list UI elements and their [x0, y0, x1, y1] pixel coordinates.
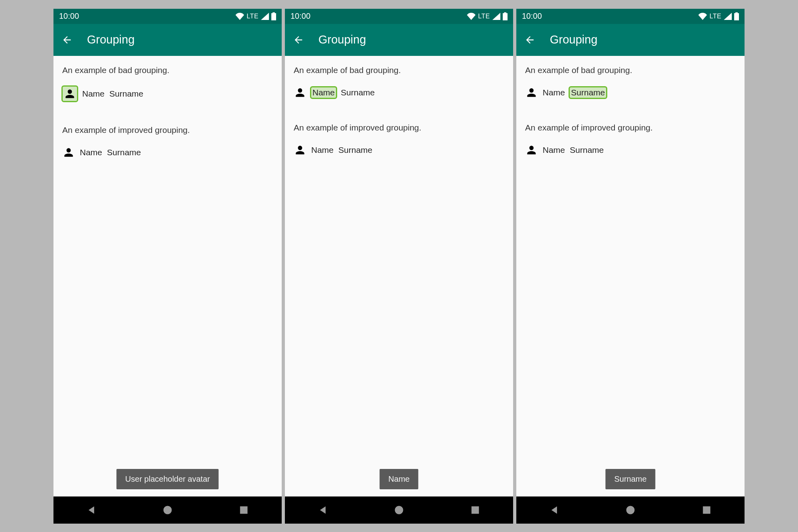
- signal-icon: [492, 13, 500, 20]
- person-icon: [62, 146, 75, 159]
- status-bar: 10:00 LTE: [516, 9, 745, 24]
- status-icons: LTE: [467, 12, 508, 20]
- nav-back-icon[interactable]: [549, 504, 560, 516]
- improved-grouping-label: An example of improved grouping.: [294, 123, 504, 133]
- network-label: LTE: [709, 13, 721, 20]
- improved-grouping-row[interactable]: Name Surname: [294, 144, 504, 156]
- person-icon: [294, 144, 306, 156]
- signal-icon: [261, 13, 269, 20]
- wifi-icon: [467, 13, 476, 20]
- app-title: Grouping: [550, 33, 597, 46]
- back-arrow-icon[interactable]: [524, 34, 535, 45]
- surname-text[interactable]: Surname: [341, 88, 375, 97]
- bad-grouping-row: Name Surname: [525, 86, 736, 99]
- status-bar: 10:00 LTE: [285, 9, 513, 24]
- app-bar: Grouping: [53, 24, 282, 56]
- wifi-icon: [235, 13, 244, 20]
- toast: User placeholder avatar: [117, 469, 219, 489]
- name-text: Name: [311, 145, 334, 155]
- nav-back-icon[interactable]: [86, 504, 97, 516]
- status-icons: LTE: [235, 12, 276, 20]
- nav-recent-icon[interactable]: [238, 504, 249, 516]
- status-time: 10:00: [290, 12, 310, 21]
- nav-home-icon[interactable]: [162, 504, 173, 516]
- bad-grouping-label: An example of bad grouping.: [294, 65, 504, 75]
- status-icons: LTE: [698, 12, 739, 20]
- navigation-bar: [53, 496, 282, 524]
- bad-grouping-row: Name Surname: [294, 86, 504, 99]
- nav-recent-icon[interactable]: [701, 504, 712, 516]
- status-time: 10:00: [522, 12, 542, 21]
- surname-text[interactable]: Surname: [569, 86, 607, 99]
- svg-point-2: [395, 506, 403, 514]
- improved-grouping-label: An example of improved grouping.: [525, 123, 736, 133]
- navigation-bar: [516, 496, 745, 524]
- content-area: An example of bad grouping. Name Surname…: [53, 56, 282, 496]
- person-icon[interactable]: [63, 87, 76, 100]
- name-text: Name: [80, 148, 102, 157]
- improved-grouping-label: An example of improved grouping.: [62, 125, 273, 135]
- phone-screen-2: 10:00 LTE Grouping An example of bad gro…: [285, 9, 513, 524]
- phone-screen-3: 10:00 LTE Grouping An example of bad gro…: [516, 9, 745, 524]
- network-label: LTE: [247, 13, 259, 20]
- nav-home-icon[interactable]: [625, 504, 636, 516]
- nav-back-icon[interactable]: [317, 504, 328, 516]
- back-arrow-icon[interactable]: [293, 34, 304, 45]
- wifi-icon: [698, 13, 707, 20]
- surname-text: Surname: [107, 148, 141, 157]
- nav-recent-icon[interactable]: [470, 504, 481, 516]
- svg-point-0: [163, 506, 172, 514]
- bad-grouping-label: An example of bad grouping.: [62, 65, 273, 75]
- status-time: 10:00: [59, 12, 79, 21]
- toast: Surname: [605, 469, 655, 489]
- app-title: Grouping: [87, 33, 134, 46]
- bad-grouping-row: Name Surname: [62, 86, 273, 101]
- app-bar: Grouping: [285, 24, 513, 56]
- navigation-bar: [285, 496, 513, 524]
- highlight-box: [61, 85, 78, 102]
- svg-rect-3: [471, 506, 479, 514]
- phone-screen-1: 10:00 LTE Grouping An example of bad gro…: [53, 9, 282, 524]
- surname-text[interactable]: Surname: [109, 89, 143, 99]
- content-area: An example of bad grouping. Name Surname…: [516, 56, 745, 496]
- name-text[interactable]: Name: [310, 86, 337, 99]
- battery-icon: [734, 12, 739, 20]
- svg-point-4: [626, 506, 634, 514]
- back-arrow-icon[interactable]: [61, 34, 73, 45]
- toast: Name: [379, 469, 418, 489]
- svg-rect-5: [703, 506, 710, 514]
- nav-home-icon[interactable]: [393, 504, 405, 516]
- name-text[interactable]: Name: [82, 89, 105, 99]
- improved-grouping-row[interactable]: Name Surname: [525, 144, 736, 156]
- name-text[interactable]: Name: [543, 88, 565, 97]
- person-icon[interactable]: [525, 86, 538, 99]
- svg-rect-1: [240, 506, 247, 514]
- signal-icon: [724, 13, 732, 20]
- network-label: LTE: [478, 13, 490, 20]
- surname-text: Surname: [338, 145, 372, 155]
- surname-text: Surname: [570, 145, 604, 155]
- app-bar: Grouping: [516, 24, 745, 56]
- person-icon[interactable]: [294, 86, 306, 99]
- bad-grouping-label: An example of bad grouping.: [525, 65, 736, 75]
- name-text: Name: [543, 145, 565, 155]
- improved-grouping-row[interactable]: Name Surname: [62, 146, 273, 159]
- person-icon: [525, 144, 538, 156]
- content-area: An example of bad grouping. Name Surname…: [285, 56, 513, 496]
- battery-icon: [271, 12, 276, 20]
- app-title: Grouping: [318, 33, 366, 46]
- battery-icon: [503, 12, 508, 20]
- status-bar: 10:00 LTE: [53, 9, 282, 24]
